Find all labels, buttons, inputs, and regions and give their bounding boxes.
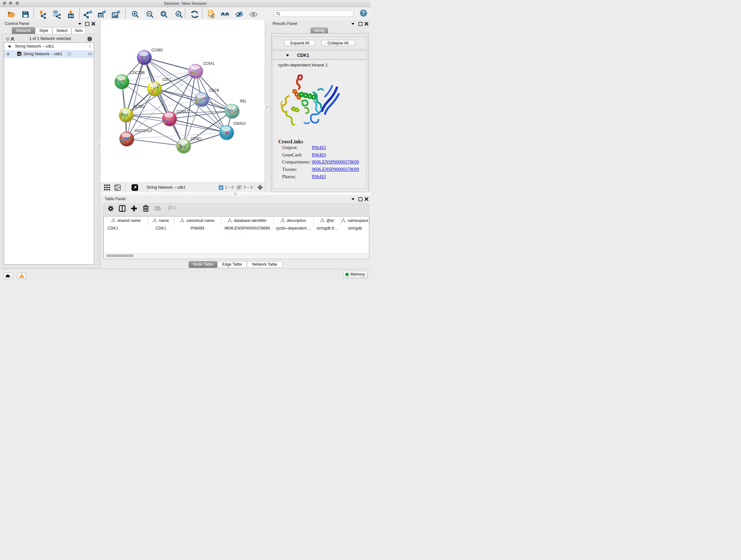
svg-text:CCNB1: CCNB1 — [134, 105, 145, 109]
svg-text:RB1: RB1 — [240, 99, 246, 104]
svg-text:CDC25B: CDC25B — [130, 71, 145, 75]
svg-text:CCNA1: CCNA1 — [203, 61, 215, 66]
svg-text:CCNB2: CCNB2 — [151, 48, 163, 52]
svg-text:CDK1: CDK1 — [162, 77, 172, 82]
svg-text:CDC6: CDC6 — [209, 88, 219, 92]
svg-text:CCNA2: CCNA2 — [177, 110, 188, 114]
svg-text:HIST1H1A: HIST1H1A — [135, 129, 152, 133]
svg-text:CDKN1A: CDKN1A — [233, 121, 246, 126]
svg-text:CCNE1: CCNE1 — [191, 137, 202, 141]
